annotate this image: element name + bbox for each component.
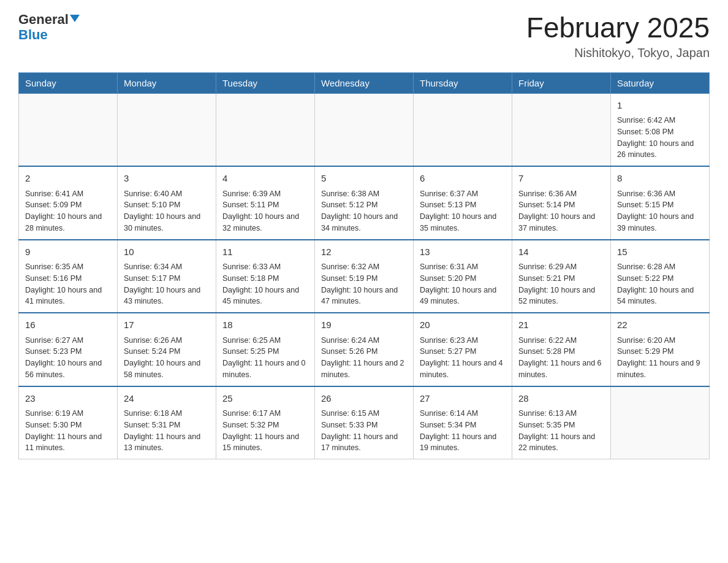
location-text: Nishitokyo, Tokyo, Japan <box>526 46 710 60</box>
calendar-cell: 7Sunrise: 6:36 AMSunset: 5:14 PMDaylight… <box>512 166 611 240</box>
day-number: 24 <box>124 392 210 406</box>
calendar-week-1: 1Sunrise: 6:42 AMSunset: 5:08 PMDaylight… <box>19 93 710 166</box>
sun-info: Sunrise: 6:35 AMSunset: 5:16 PMDaylight:… <box>25 261 111 307</box>
day-number: 26 <box>321 392 407 406</box>
day-number: 9 <box>25 245 111 259</box>
sun-info: Sunrise: 6:29 AMSunset: 5:21 PMDaylight:… <box>518 261 604 307</box>
sun-info: Sunrise: 6:41 AMSunset: 5:09 PMDaylight:… <box>25 188 111 234</box>
day-number: 10 <box>124 245 210 259</box>
calendar-cell: 3Sunrise: 6:40 AMSunset: 5:10 PMDaylight… <box>118 166 216 240</box>
sun-info: Sunrise: 6:42 AMSunset: 5:08 PMDaylight:… <box>617 115 703 161</box>
day-number: 17 <box>124 318 210 332</box>
sun-info: Sunrise: 6:24 AMSunset: 5:26 PMDaylight:… <box>321 335 407 381</box>
sun-info: Sunrise: 6:37 AMSunset: 5:13 PMDaylight:… <box>420 188 506 234</box>
day-number: 8 <box>617 172 703 186</box>
col-sunday: Sunday <box>19 72 118 93</box>
calendar-cell: 6Sunrise: 6:37 AMSunset: 5:13 PMDaylight… <box>414 166 512 240</box>
logo-blue-text: Blue <box>18 27 48 42</box>
calendar-table: Sunday Monday Tuesday Wednesday Thursday… <box>18 72 710 460</box>
calendar-cell: 11Sunrise: 6:33 AMSunset: 5:18 PMDayligh… <box>216 240 315 313</box>
calendar-week-3: 9Sunrise: 6:35 AMSunset: 5:16 PMDaylight… <box>19 240 710 313</box>
calendar-cell <box>414 93 512 166</box>
day-number: 27 <box>420 392 506 406</box>
title-area: February 2025 Nishitokyo, Tokyo, Japan <box>526 12 710 60</box>
sun-info: Sunrise: 6:32 AMSunset: 5:19 PMDaylight:… <box>321 261 407 307</box>
day-number: 22 <box>617 318 703 332</box>
sun-info: Sunrise: 6:27 AMSunset: 5:23 PMDaylight:… <box>25 335 111 381</box>
day-number: 4 <box>222 172 308 186</box>
sun-info: Sunrise: 6:15 AMSunset: 5:33 PMDaylight:… <box>321 408 407 454</box>
sun-info: Sunrise: 6:23 AMSunset: 5:27 PMDaylight:… <box>420 335 506 381</box>
calendar-cell: 27Sunrise: 6:14 AMSunset: 5:34 PMDayligh… <box>414 386 512 459</box>
day-number: 2 <box>25 172 111 186</box>
col-monday: Monday <box>118 72 216 93</box>
calendar-cell: 14Sunrise: 6:29 AMSunset: 5:21 PMDayligh… <box>512 240 611 313</box>
month-title: February 2025 <box>526 12 710 44</box>
calendar-cell <box>118 93 216 166</box>
day-number: 16 <box>25 318 111 332</box>
day-number: 23 <box>25 392 111 406</box>
calendar-cell: 20Sunrise: 6:23 AMSunset: 5:27 PMDayligh… <box>414 313 512 386</box>
day-number: 18 <box>222 318 308 332</box>
calendar-week-4: 16Sunrise: 6:27 AMSunset: 5:23 PMDayligh… <box>19 313 710 386</box>
col-wednesday: Wednesday <box>315 72 414 93</box>
col-tuesday: Tuesday <box>216 72 315 93</box>
calendar-cell: 26Sunrise: 6:15 AMSunset: 5:33 PMDayligh… <box>315 386 414 459</box>
calendar-week-5: 23Sunrise: 6:19 AMSunset: 5:30 PMDayligh… <box>19 386 710 459</box>
sun-info: Sunrise: 6:17 AMSunset: 5:32 PMDaylight:… <box>222 408 308 454</box>
calendar-cell: 13Sunrise: 6:31 AMSunset: 5:20 PMDayligh… <box>414 240 512 313</box>
sun-info: Sunrise: 6:36 AMSunset: 5:14 PMDaylight:… <box>518 188 604 234</box>
calendar-cell: 12Sunrise: 6:32 AMSunset: 5:19 PMDayligh… <box>315 240 414 313</box>
day-number: 11 <box>222 245 308 259</box>
calendar-cell <box>315 93 414 166</box>
page-header: General Blue February 2025 Nishitokyo, T… <box>18 12 710 60</box>
day-number: 28 <box>518 392 604 406</box>
logo: General Blue <box>18 12 80 43</box>
day-number: 20 <box>420 318 506 332</box>
logo-general-text: General <box>18 12 69 27</box>
calendar-cell: 16Sunrise: 6:27 AMSunset: 5:23 PMDayligh… <box>19 313 118 386</box>
calendar-header: Sunday Monday Tuesday Wednesday Thursday… <box>19 72 710 93</box>
sun-info: Sunrise: 6:19 AMSunset: 5:30 PMDaylight:… <box>25 408 111 454</box>
calendar-cell: 8Sunrise: 6:36 AMSunset: 5:15 PMDaylight… <box>611 166 710 240</box>
calendar-cell: 28Sunrise: 6:13 AMSunset: 5:35 PMDayligh… <box>512 386 611 459</box>
sun-info: Sunrise: 6:18 AMSunset: 5:31 PMDaylight:… <box>124 408 210 454</box>
sun-info: Sunrise: 6:40 AMSunset: 5:10 PMDaylight:… <box>124 188 210 234</box>
sun-info: Sunrise: 6:22 AMSunset: 5:28 PMDaylight:… <box>518 335 604 381</box>
sun-info: Sunrise: 6:36 AMSunset: 5:15 PMDaylight:… <box>617 188 703 234</box>
calendar-cell <box>611 386 710 459</box>
calendar-cell <box>512 93 611 166</box>
calendar-cell: 23Sunrise: 6:19 AMSunset: 5:30 PMDayligh… <box>19 386 118 459</box>
calendar-cell: 24Sunrise: 6:18 AMSunset: 5:31 PMDayligh… <box>118 386 216 459</box>
sun-info: Sunrise: 6:33 AMSunset: 5:18 PMDaylight:… <box>222 261 308 307</box>
sun-info: Sunrise: 6:31 AMSunset: 5:20 PMDaylight:… <box>420 261 506 307</box>
day-number: 13 <box>420 245 506 259</box>
calendar-week-2: 2Sunrise: 6:41 AMSunset: 5:09 PMDaylight… <box>19 166 710 240</box>
col-saturday: Saturday <box>611 72 710 93</box>
calendar-cell: 1Sunrise: 6:42 AMSunset: 5:08 PMDaylight… <box>611 93 710 166</box>
calendar-cell <box>19 93 118 166</box>
day-number: 25 <box>222 392 308 406</box>
calendar-cell: 5Sunrise: 6:38 AMSunset: 5:12 PMDaylight… <box>315 166 414 240</box>
col-friday: Friday <box>512 72 611 93</box>
sun-info: Sunrise: 6:25 AMSunset: 5:25 PMDaylight:… <box>222 335 308 381</box>
logo-triangle-icon <box>70 15 80 22</box>
calendar-cell: 9Sunrise: 6:35 AMSunset: 5:16 PMDaylight… <box>19 240 118 313</box>
calendar-cell: 17Sunrise: 6:26 AMSunset: 5:24 PMDayligh… <box>118 313 216 386</box>
calendar-cell: 10Sunrise: 6:34 AMSunset: 5:17 PMDayligh… <box>118 240 216 313</box>
calendar-cell: 15Sunrise: 6:28 AMSunset: 5:22 PMDayligh… <box>611 240 710 313</box>
sun-info: Sunrise: 6:14 AMSunset: 5:34 PMDaylight:… <box>420 408 506 454</box>
calendar-cell: 4Sunrise: 6:39 AMSunset: 5:11 PMDaylight… <box>216 166 315 240</box>
day-number: 19 <box>321 318 407 332</box>
calendar-cell: 19Sunrise: 6:24 AMSunset: 5:26 PMDayligh… <box>315 313 414 386</box>
day-number: 15 <box>617 245 703 259</box>
sun-info: Sunrise: 6:34 AMSunset: 5:17 PMDaylight:… <box>124 261 210 307</box>
days-of-week-row: Sunday Monday Tuesday Wednesday Thursday… <box>19 72 710 93</box>
calendar-cell: 21Sunrise: 6:22 AMSunset: 5:28 PMDayligh… <box>512 313 611 386</box>
calendar-cell <box>216 93 315 166</box>
sun-info: Sunrise: 6:26 AMSunset: 5:24 PMDaylight:… <box>124 335 210 381</box>
day-number: 1 <box>617 99 703 113</box>
day-number: 12 <box>321 245 407 259</box>
sun-info: Sunrise: 6:38 AMSunset: 5:12 PMDaylight:… <box>321 188 407 234</box>
day-number: 6 <box>420 172 506 186</box>
